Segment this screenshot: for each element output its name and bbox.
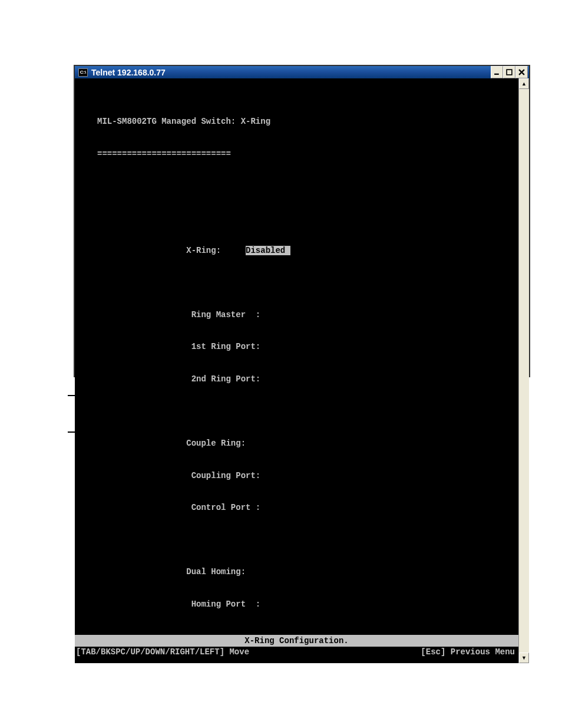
scroll-down-button[interactable]: ▼	[519, 653, 529, 663]
scroll-up-button[interactable]: ▲	[519, 78, 529, 89]
scroll-track[interactable]	[519, 89, 529, 653]
close-button[interactable]	[515, 66, 528, 78]
xring-label: X-Ring:	[186, 246, 221, 255]
terminal-output[interactable]: MIL-SM8002TG Managed Switch: X-Ring ====…	[75, 78, 518, 663]
terminal-divider: ===========================	[75, 149, 518, 159]
titlebar[interactable]: C:\ Telnet 192.168.0.77	[75, 66, 529, 78]
couple-ring-field: Couple Ring:	[75, 438, 518, 449]
window-title: Telnet 192.168.0.77	[91, 68, 491, 77]
maximize-button[interactable]	[503, 66, 515, 78]
vertical-scrollbar[interactable]: ▲ ▼	[518, 78, 529, 663]
coupling-port-field: Coupling Port:	[75, 470, 518, 481]
dual-homing-field: Dual Homing:	[75, 566, 518, 577]
nav-hints: [TAB/BKSPC/UP/DOWN/RIGHT/LEFT] Move [Esc…	[75, 647, 518, 657]
first-ring-port-field: 1st Ring Port:	[75, 341, 518, 352]
terminal-header: MIL-SM8002TG Managed Switch: X-Ring	[75, 116, 518, 127]
control-port-field: Control Port :	[75, 502, 518, 513]
ring-master-field: Ring Master :	[75, 309, 518, 320]
nav-move: [TAB/BKSPC/UP/DOWN/RIGHT/LEFT] Move	[76, 647, 249, 657]
second-ring-port-field: 2nd Ring Port:	[75, 374, 518, 384]
cmd-icon: C:\	[78, 68, 88, 77]
telnet-window: C:\ Telnet 192.168.0.77 MIL-SM8002TG Man…	[74, 65, 530, 377]
status-hint: X-Ring Configuration.	[75, 635, 518, 647]
xring-field: X-Ring: Disabled	[75, 245, 518, 256]
window-controls	[491, 66, 528, 78]
minimize-button[interactable]	[491, 66, 503, 78]
nav-esc: [Esc] Previous Menu	[421, 647, 515, 657]
homing-port-field: Homing Port :	[75, 599, 518, 610]
svg-rect-1	[507, 70, 512, 75]
xring-value[interactable]: Disabled	[246, 246, 290, 255]
